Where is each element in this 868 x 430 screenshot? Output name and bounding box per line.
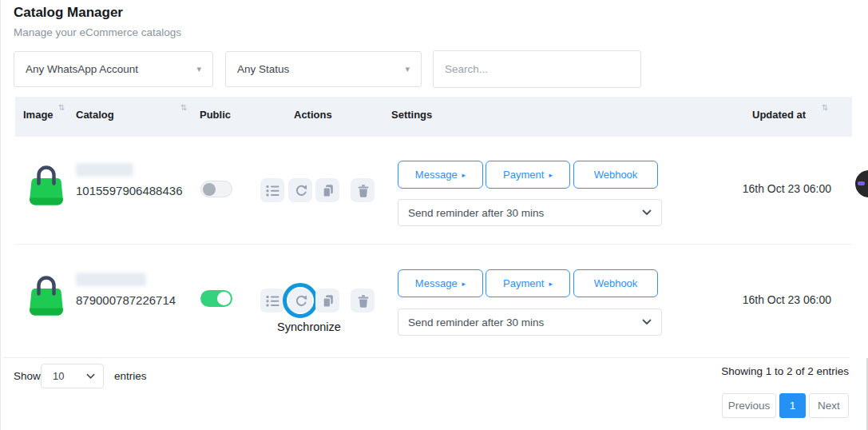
delete-button[interactable] (351, 289, 375, 313)
updated-at-value: 16th Oct 23 06:00 (715, 182, 831, 195)
message-settings-button[interactable]: Message ▸ (398, 269, 483, 297)
catalog-id: 1015597906488436 (76, 184, 182, 197)
reminder-select[interactable]: Send reminder after 30 mins (398, 199, 662, 226)
catalog-manager-page: Catalog Manager Manage your eCommerce ca… (0, 0, 868, 430)
synchronize-button[interactable] (288, 178, 312, 202)
highlight-ring (283, 283, 318, 318)
status-select[interactable]: Any Status ▾ (225, 51, 422, 87)
page-size-value: 10 (53, 370, 64, 382)
table-row: 1015597906488436 Message ▸ Payment ▸ Web… (1, 137, 868, 244)
reminder-select[interactable]: Send reminder after 30 mins (398, 309, 662, 336)
show-label: Show (14, 370, 41, 382)
catalog-items-button[interactable] (260, 289, 284, 313)
webhook-settings-button[interactable]: Webhook (573, 269, 658, 297)
list-icon (265, 293, 280, 309)
page-subtitle: Manage your eCommerce catalogs (14, 26, 181, 38)
message-settings-button[interactable]: Message ▸ (398, 161, 483, 189)
copy-icon (320, 183, 335, 198)
sort-icon[interactable]: ⇅ (822, 103, 827, 112)
dropdown-caret-icon: ▾ (405, 64, 410, 74)
column-header-public[interactable]: Public (200, 109, 231, 121)
entries-summary: Showing 1 to 2 of 2 entries (609, 365, 849, 377)
payment-settings-label: Payment (503, 169, 544, 181)
column-header-image[interactable]: Image (23, 109, 54, 121)
toggle-knob (203, 183, 216, 196)
whatsapp-account-select[interactable]: Any WhatsApp Account ▾ (14, 51, 213, 87)
page-1-button[interactable]: 1 (779, 393, 806, 418)
updated-at-value: 16th Oct 23 06:00 (715, 293, 831, 306)
column-header-updated-at[interactable]: Updated at (752, 109, 806, 121)
catalog-image-shopping-bag-icon (26, 273, 66, 319)
page-title: Catalog Manager (14, 5, 123, 21)
submenu-arrow-icon: ▸ (549, 171, 553, 179)
next-page-button[interactable]: Next (809, 393, 849, 418)
payment-settings-button[interactable]: Payment ▸ (486, 269, 570, 297)
page-size-select[interactable]: 10 (41, 364, 104, 388)
table-bottom-divider (3, 357, 850, 358)
reminder-select-value: Send reminder after 30 mins (408, 207, 544, 219)
message-settings-label: Message (415, 169, 458, 181)
column-header-settings[interactable]: Settings (391, 109, 432, 121)
submenu-arrow-icon: ▸ (462, 280, 466, 288)
webhook-settings-label: Webhook (594, 277, 638, 289)
trash-icon (355, 293, 371, 309)
whatsapp-account-select-value: Any WhatsApp Account (26, 63, 138, 75)
webhook-settings-button[interactable]: Webhook (573, 161, 658, 189)
public-toggle[interactable] (200, 290, 232, 307)
column-header-catalog[interactable]: Catalog (76, 109, 114, 121)
catalog-name-blurred (76, 273, 146, 286)
chevron-down-icon (642, 209, 652, 216)
sort-icon[interactable]: ⇅ (180, 103, 186, 112)
status-select-value: Any Status (237, 63, 289, 75)
duplicate-button[interactable] (315, 178, 339, 202)
reminder-select-value: Send reminder after 30 mins (408, 317, 544, 328)
message-settings-label: Message (415, 277, 458, 289)
catalog-id: 879000787226714 (76, 293, 176, 307)
public-toggle[interactable] (200, 181, 232, 197)
catalog-name-blurred (76, 163, 133, 177)
chevron-down-icon (86, 373, 95, 380)
payment-settings-label: Payment (503, 277, 544, 289)
search-input[interactable] (433, 50, 641, 88)
catalog-image-shopping-bag-icon (26, 163, 66, 209)
previous-page-button[interactable]: Previous (722, 393, 776, 418)
entries-label: entries (114, 370, 147, 382)
webhook-settings-label: Webhook (594, 169, 638, 181)
table-row: 879000787226714 Synchronize Message ▸ Pa… (1, 244, 868, 357)
submenu-arrow-icon: ▸ (462, 171, 466, 179)
payment-settings-button[interactable]: Payment ▸ (486, 161, 570, 189)
sync-icon (293, 183, 308, 198)
delete-button[interactable] (351, 178, 375, 202)
table-header-row: Image ⇅ Catalog ⇅ Public Actions Setting… (15, 97, 852, 137)
chevron-down-icon (642, 319, 652, 325)
widget-purple-mark-icon (858, 181, 865, 185)
synchronize-tooltip: Synchronize (261, 321, 357, 333)
duplicate-button[interactable] (315, 289, 339, 313)
copy-icon (320, 293, 335, 309)
submenu-arrow-icon: ▸ (549, 280, 553, 288)
list-icon (265, 183, 280, 198)
dropdown-caret-icon: ▾ (196, 64, 201, 74)
sort-icon[interactable]: ⇅ (58, 103, 64, 112)
column-header-actions[interactable]: Actions (294, 109, 332, 121)
trash-icon (355, 183, 371, 198)
toggle-knob (217, 292, 231, 305)
catalog-items-button[interactable] (260, 178, 284, 202)
